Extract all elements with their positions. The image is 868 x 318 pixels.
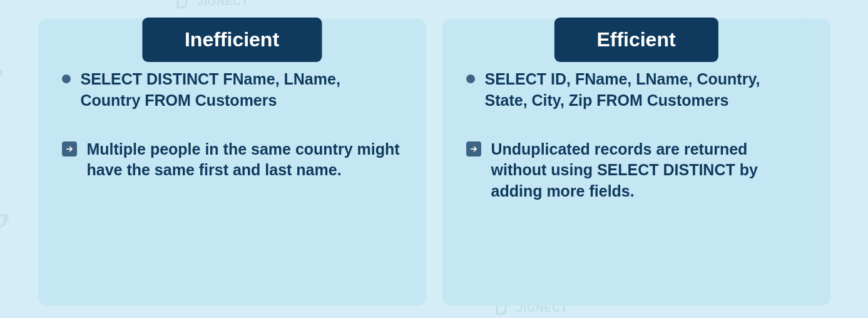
card-title-text: Inefficient: [185, 28, 279, 51]
arrow-right-icon: [466, 141, 481, 156]
bullet-dot-icon: [62, 74, 71, 83]
card-inefficient: Inefficient SELECT DISTINCT FName, LName…: [38, 19, 426, 305]
list-item: SELECT DISTINCT FName, LName, Country FR…: [62, 69, 402, 111]
card-efficient: Efficient SELECT ID, FName, LName, Count…: [442, 19, 830, 305]
arrow-right-icon: [62, 141, 77, 156]
list-item: Unduplicated records are returned withou…: [466, 139, 807, 202]
query-text: SELECT DISTINCT FName, LName, Country FR…: [81, 69, 402, 111]
cards-container: Inefficient SELECT DISTINCT FName, LName…: [0, 0, 868, 318]
card-title-inefficient: Inefficient: [142, 18, 322, 62]
card-title-efficient: Efficient: [554, 18, 718, 62]
list-item: Multiple people in the same country migh…: [62, 139, 402, 182]
list-efficient: SELECT ID, FName, LName, Country, State,…: [466, 69, 807, 202]
list-item: SELECT ID, FName, LName, Country, State,…: [466, 69, 807, 111]
card-title-text: Efficient: [596, 28, 675, 51]
explanation-text: Multiple people in the same country migh…: [87, 139, 402, 182]
query-text: SELECT ID, FName, LName, Country, State,…: [485, 69, 807, 111]
explanation-text: Unduplicated records are returned withou…: [491, 139, 807, 202]
bullet-dot-icon: [466, 74, 475, 83]
list-inefficient: SELECT DISTINCT FName, LName, Country FR…: [62, 69, 402, 181]
